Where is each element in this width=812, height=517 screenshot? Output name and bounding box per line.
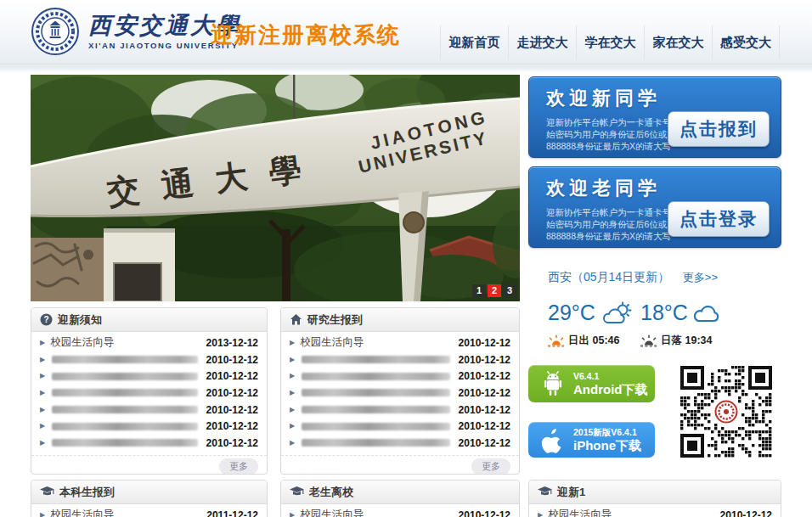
news-item-date: 2010-12-12 — [459, 437, 510, 449]
news-item-date: 2013-12-12 — [206, 337, 258, 349]
news-item[interactable]: ▶2010-12-12 — [31, 385, 267, 402]
weather-more-link[interactable]: 更多>> — [683, 270, 718, 285]
news-item[interactable]: ▶2010-12-12 — [281, 385, 519, 402]
cloud-icon — [691, 302, 722, 324]
bullet-icon: ▶ — [40, 390, 45, 396]
section-notice-header: ? 迎新须知 — [31, 308, 267, 332]
nav-item-study[interactable]: 学在交大 — [576, 25, 644, 59]
section-yingxin1-header: 迎新1 — [529, 480, 781, 504]
news-item[interactable]: ▶2010-12-12 — [281, 435, 519, 452]
iphone-download-button[interactable]: 2015新版V6.4.1 iPhone下载 — [528, 422, 655, 458]
news-item[interactable]: ▶ 校园生活向导 2010-12-12 — [529, 507, 781, 517]
news-item-date: 2010-12-12 — [459, 420, 510, 432]
section-graduate-list: ▶ 校园生活向导 2010-12-12 ▶2010-12-12 ▶2010-12… — [281, 332, 519, 475]
bullet-icon: ▶ — [290, 440, 295, 447]
news-item[interactable]: ▶2010-12-12 — [31, 368, 267, 385]
welcome-new-title: 欢迎新同学 — [546, 86, 661, 111]
section-leave-title: 老生离校 — [309, 485, 353, 500]
more-button[interactable]: 更多 — [219, 458, 258, 475]
news-item-title: 校园生活向导 — [300, 508, 364, 517]
bullet-icon: ▶ — [40, 423, 45, 430]
news-item[interactable]: ▶ 校园生活向导 2011-12-12 — [31, 507, 267, 517]
news-item-date: 2010-12-12 — [206, 354, 258, 366]
news-item[interactable]: ▶ 校园生活向导 2010-12-12 — [281, 334, 519, 351]
welcome-old-panel: 欢迎老同学 迎新协作平台帐户为一卡通卡号初始密码为用户的身份证后6位或88888… — [528, 166, 781, 248]
redacted-title — [302, 356, 449, 363]
university-logo: 西安交通大學 XI'AN JIAOTONG UNIVERSITY — [31, 7, 241, 56]
news-item[interactable]: ▶2010-12-12 — [31, 418, 267, 435]
nav-item-experience[interactable]: 感受交大 — [712, 25, 780, 59]
bullet-icon: ▶ — [290, 407, 295, 413]
news-item-date: 2010-12-12 — [459, 337, 510, 349]
bullet-icon: ▶ — [290, 423, 295, 430]
university-seal-icon — [31, 7, 80, 56]
redacted-title — [302, 439, 449, 447]
news-item[interactable]: ▶2010-12-12 — [281, 368, 519, 385]
android-download-button[interactable]: V6.4.1 Android下载 — [528, 365, 655, 402]
graduation-cap-icon — [538, 486, 552, 497]
news-item[interactable]: ▶ 校园生活向导 2013-12-12 — [31, 334, 267, 351]
news-item[interactable]: ▶ 校园生活向导 2010-12-12 — [281, 507, 519, 517]
main-nav: 迎新首页 走进交大 学在交大 家在交大 感受交大 — [440, 25, 780, 59]
section-undergrad-title: 本科生报到 — [59, 485, 115, 500]
login-button[interactable]: 点击登录 — [668, 201, 770, 237]
iphone-label: iPhone下载 — [573, 438, 641, 454]
sunrise-time: 日出 05:46 — [568, 334, 619, 348]
news-item-date: 2010-12-12 — [206, 387, 258, 399]
bullet-icon: ▶ — [290, 357, 295, 363]
section-undergrad: 本科生报到 ▶ 校园生活向导 2011-12-12 — [31, 480, 268, 517]
news-item[interactable]: ▶2010-12-12 — [281, 418, 519, 435]
redacted-title — [52, 373, 197, 380]
carousel-pager: 1 2 3 — [472, 284, 516, 297]
android-icon — [541, 371, 565, 396]
sunrise-icon — [548, 334, 565, 348]
header-shadow — [0, 65, 812, 73]
news-item-date: 2010-12-12 — [206, 370, 258, 382]
carousel-page-1[interactable]: 1 — [472, 284, 486, 297]
checkin-button[interactable]: 点击报到 — [668, 111, 770, 147]
weather-night-temp: 18°C — [640, 301, 722, 325]
sunset-time: 日落 19:34 — [661, 334, 712, 348]
more-row: 更多 — [31, 455, 267, 475]
sunset-row: 日落 19:34 — [640, 334, 712, 348]
apple-icon — [541, 428, 563, 453]
news-item[interactable]: ▶2010-12-12 — [31, 351, 267, 368]
redacted-title — [52, 439, 197, 447]
section-notice-list: ▶ 校园生活向导 2013-12-12 ▶2010-12-12 ▶2010-12… — [31, 332, 267, 475]
weather-city: 西安（05月14日更新） — [548, 270, 669, 285]
nav-item-family[interactable]: 家在交大 — [644, 25, 712, 59]
news-item[interactable]: ▶2010-12-12 — [31, 402, 267, 419]
weather-widget: 西安（05月14日更新） 更多>> 29°C 18°C — [544, 265, 781, 353]
page: 西安交通大學 XI'AN JIAOTONG UNIVERSITY 迎新注册离校系… — [0, 0, 812, 517]
section-yingxin1: 迎新1 ▶ 校园生活向导 2010-12-12 — [528, 480, 781, 517]
bullet-icon: ▶ — [40, 340, 45, 346]
carousel-page-2-active[interactable]: 2 — [488, 284, 501, 297]
nav-item-home[interactable]: 迎新首页 — [440, 25, 508, 59]
news-item-date: 2010-12-12 — [459, 387, 510, 399]
bullet-icon: ▶ — [290, 340, 295, 346]
redacted-title — [52, 423, 197, 430]
section-undergrad-header: 本科生报到 — [31, 480, 267, 504]
section-graduate-header: 研究生报到 — [281, 308, 519, 332]
redacted-title — [52, 389, 197, 396]
section-yingxin1-title: 迎新1 — [557, 485, 585, 500]
carousel-page-3[interactable]: 3 — [503, 284, 516, 297]
more-button[interactable]: 更多 — [471, 458, 510, 475]
redacted-title — [302, 423, 449, 430]
news-item[interactable]: ▶2010-12-12 — [281, 351, 519, 368]
nav-item-about[interactable]: 走进交大 — [508, 25, 576, 59]
news-item[interactable]: ▶2010-12-12 — [281, 402, 519, 419]
welcome-new-desc: 迎新协作平台帐户为一卡通卡号初始密码为用户的身份证后6位或888888身份证最后… — [546, 116, 684, 152]
section-yingxin1-list: ▶ 校园生活向导 2010-12-12 — [529, 504, 781, 517]
news-item[interactable]: ▶2010-12-12 — [31, 435, 267, 452]
redacted-title — [52, 406, 197, 413]
site-title: 迎新注册离校系统 — [211, 20, 401, 50]
section-graduate-title: 研究生报到 — [307, 312, 363, 328]
section-graduate: 研究生报到 ▶ 校园生活向导 2010-12-12 ▶2010-12-12 ▶2… — [280, 307, 520, 475]
news-item-date: 2010-12-12 — [459, 509, 510, 517]
svg-text:?: ? — [43, 315, 48, 324]
section-undergrad-list: ▶ 校园生活向导 2011-12-12 — [31, 504, 267, 517]
app-qr-code — [679, 364, 773, 459]
night-temp-value: 18°C — [640, 301, 688, 325]
news-item-title: 校园生活向导 — [50, 508, 114, 517]
